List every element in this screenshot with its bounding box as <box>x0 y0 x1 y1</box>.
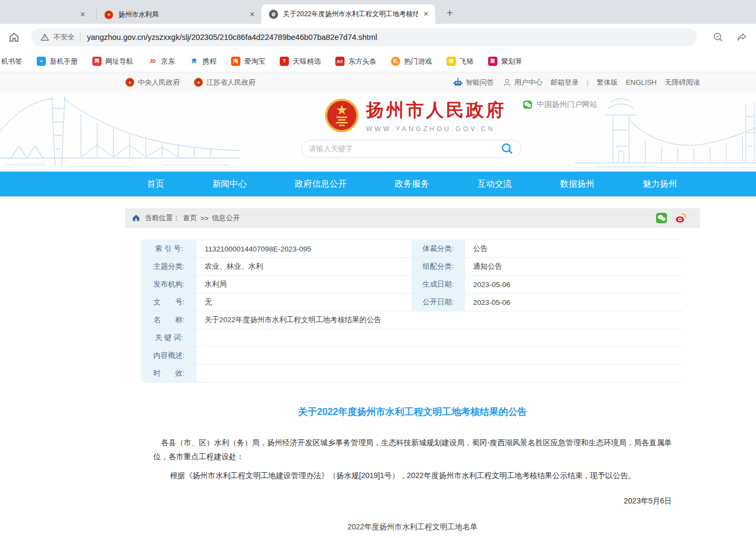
bookmark-tmall[interactable]: T 天猫精选 <box>280 57 321 66</box>
bookmark-manual[interactable]: ≡ 新机手册 <box>37 57 78 66</box>
breadcrumb: 当前位置： 首页 >> 信息公开 <box>125 208 700 228</box>
article-paragraph-1: 各县（市、区）水利（务）局，扬州经济开发区城乡事务管理局，生态科技新城规划建设局… <box>153 435 672 464</box>
bookmark-hot-games[interactable]: 礼 热门游戏 <box>391 57 432 66</box>
weibo-share-icon[interactable] <box>675 212 687 224</box>
meta-value-index-no: 11321000014407098E-2023-095 <box>197 240 411 257</box>
breadcrumb-current-link[interactable]: 信息公开 <box>212 213 240 223</box>
bookmark-label: 东方头条 <box>348 57 376 66</box>
bookmark-site-nav[interactable]: 网 网址导航 <box>92 57 133 66</box>
search-bar[interactable] <box>301 140 521 158</box>
nav-charming-yangzhou[interactable]: 魅力扬州 <box>643 179 677 190</box>
national-emblem-icon <box>325 98 359 133</box>
tab-partial[interactable]: × <box>0 5 96 24</box>
nav-data-yangzhou[interactable]: 数据扬州 <box>560 179 595 190</box>
article-date: 2023年5月6日 <box>153 496 672 506</box>
meta-value-agency: 水利局 <box>197 276 411 293</box>
meta-label-agency: 发布机构: <box>141 276 197 293</box>
nav-gov-info-disclosure[interactable]: 政府信息公开 <box>295 179 347 190</box>
mail-login-link[interactable]: 邮箱登录 <box>551 78 579 87</box>
bookmark-jd[interactable]: JD 京东 <box>148 57 175 66</box>
user-center-link[interactable]: 用户中心 <box>502 78 543 87</box>
meta-row-summary: 内容概述: <box>141 347 683 365</box>
wechat-icon <box>523 100 532 110</box>
nav-interaction[interactable]: 互动交流 <box>477 179 512 190</box>
tmall-icon: T <box>280 57 289 66</box>
smart-qa-link[interactable]: 智能问答 <box>453 77 494 88</box>
taobao-icon: 淘 <box>231 57 240 66</box>
main-nav: 首页 新闻中心 政府信息公开 政务服务 互动交流 数据扬州 魅力扬州 <box>0 172 756 196</box>
document-meta-table: 索 引 号: 11321000014407098E-2023-095 体裁分类:… <box>141 240 683 383</box>
meta-value-group: 通知公告 <box>465 258 683 275</box>
meta-label-validity: 时 效: <box>141 365 197 382</box>
tab-close-icon[interactable]: × <box>247 10 257 19</box>
bridge-artwork-right <box>575 92 756 172</box>
new-tab-button[interactable]: + <box>442 5 458 21</box>
bookmark-eastday[interactable]: 东方 东方头条 <box>335 57 376 66</box>
meta-value-genre: 公告 <box>465 240 683 257</box>
english-version-link[interactable]: ENGLISH <box>626 78 657 86</box>
meta-label-group: 组配分类: <box>411 258 465 275</box>
bookmark-juhuasuan[interactable]: 聚 聚划算 <box>488 57 522 66</box>
bookmarks-bar: 机书签 ≡ 新机手册 网 网址导航 JD 京东 携 携程 淘 爱淘宝 T 天猫精… <box>0 51 756 72</box>
wechat-share-icon[interactable] <box>656 212 667 224</box>
article-body: 关于2022年度扬州市水利工程文明工地考核结果的公告 各县（市、区）水利（务）局… <box>125 405 700 532</box>
tab-close-icon[interactable]: × <box>421 9 431 19</box>
link-central-gov[interactable]: ★ 中央人民政府 <box>125 78 180 87</box>
security-label[interactable]: 不安全 <box>53 32 75 42</box>
zoom-out-icon[interactable] <box>712 31 725 44</box>
gov-emblem-icon: ★ <box>194 78 203 87</box>
address-bar[interactable]: 不安全 yangzhou.gov.cn/yzszxxgk/slj/202305/… <box>31 28 697 46</box>
site-logo[interactable]: 扬州市人民政府 WWW.YANGZHOU.GOV.CN <box>325 98 506 133</box>
traditional-version-link[interactable]: 繁体版 <box>597 78 618 87</box>
article-paragraph-2: 根据《扬州市水利工程文明工地建设管理办法》（扬水规[2019]1号），2022年… <box>153 468 672 482</box>
site-list-title: 2022年度扬州市水利工程文明工地名单 <box>153 522 672 532</box>
search-icon[interactable] <box>501 142 514 155</box>
accessibility-link[interactable]: 无障碍阅读 <box>665 78 700 87</box>
bookmark-label: 热门游戏 <box>404 57 432 66</box>
tab-yangzhou-water-bureau[interactable]: ★ 扬州市水利局 × <box>97 5 261 24</box>
tab-active-announcement[interactable]: e 关于2022年度扬州市水利工程文明工地考核结果的公告 × <box>261 4 435 24</box>
home-icon[interactable] <box>8 31 21 44</box>
bookmark-label: 爱淘宝 <box>244 57 265 66</box>
bridge-artwork-left <box>0 92 240 172</box>
nav-home[interactable]: 首页 <box>147 179 164 190</box>
omnibox-divider <box>80 33 80 42</box>
search-input[interactable] <box>309 145 501 153</box>
link-jiangsu-gov[interactable]: ★ 江苏省人民政府 <box>194 78 255 87</box>
nav-news-center[interactable]: 新闻中心 <box>212 179 247 190</box>
gov-emblem-icon: ★ <box>125 78 134 87</box>
smart-qa-label: 智能问答 <box>466 78 494 87</box>
bookmark-aitaobao[interactable]: 淘 爱淘宝 <box>231 57 265 66</box>
site-name: 扬州市人民政府 <box>366 98 506 122</box>
user-center-label: 用户中心 <box>515 78 543 87</box>
breadcrumb-home-icon[interactable] <box>132 214 140 222</box>
gov-divider: | <box>587 78 589 86</box>
user-icon <box>502 78 512 87</box>
meta-row-agency-created: 发布机构: 水利局 生成日期: 2023-05-06 <box>141 276 683 294</box>
share-icon[interactable] <box>735 31 748 44</box>
bookmark-label: 京东 <box>161 57 175 66</box>
bookmark-fliggy[interactable]: 猪 飞猪 <box>447 57 474 66</box>
bookmark-ctrip[interactable]: 携 携程 <box>190 57 217 66</box>
meta-label-summary: 内容概述: <box>141 347 197 364</box>
breadcrumb-prefix: 当前位置： <box>145 213 180 223</box>
bookmark-label: 天猫精选 <box>293 57 321 66</box>
page-favicon: e <box>269 10 278 19</box>
meta-row-name: 名 称: 关于2022年度扬州市水利工程文明工地考核结果的公告 <box>141 311 683 329</box>
breadcrumb-home-link[interactable]: 首页 <box>183 213 197 223</box>
meta-value-keywords <box>197 329 683 346</box>
tab-separator <box>96 9 97 19</box>
robot-icon <box>453 77 463 88</box>
portal-label: 中国扬州门户网站 <box>537 100 597 110</box>
tab-title: 扬州市水利局 <box>118 10 244 19</box>
nav-gov-services[interactable]: 政务服务 <box>395 179 429 190</box>
breadcrumb-separator: >> <box>200 214 208 222</box>
manual-icon: ≡ <box>37 57 46 66</box>
gov-link-label: 中央人民政府 <box>138 78 180 87</box>
bookmark-label: 网址导航 <box>105 57 133 66</box>
bookmark-phone-bookmarks[interactable]: 机书签 <box>1 57 22 66</box>
tab-close-icon[interactable]: × <box>78 10 87 19</box>
not-secure-warning-icon[interactable] <box>40 32 50 42</box>
meta-value-created-date: 2023-05-06 <box>465 276 683 293</box>
tab-title: 关于2022年度扬州市水利工程文明工地考核结果的公告 <box>283 10 418 19</box>
